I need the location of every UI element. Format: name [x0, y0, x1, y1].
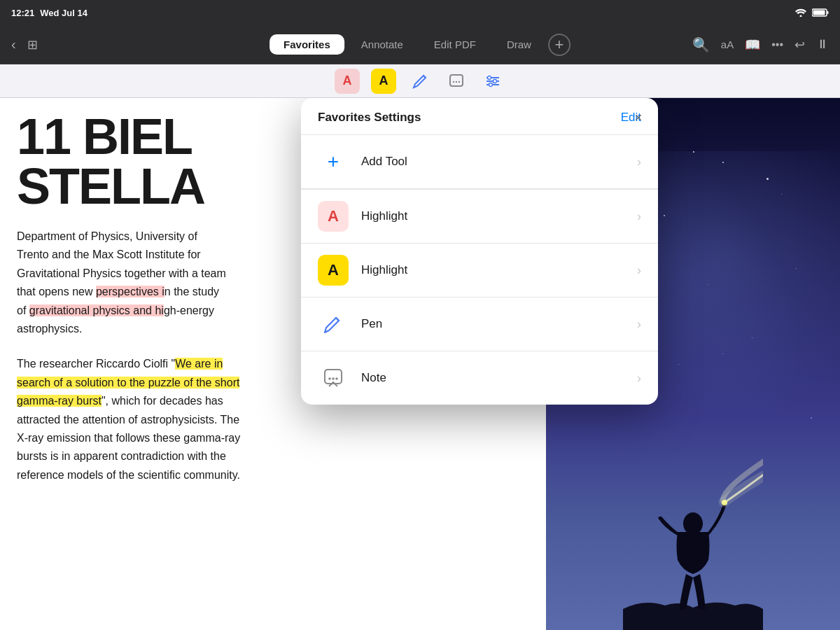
note-item-label: Note [361, 371, 637, 385]
reader-icon[interactable]: 📖 [745, 37, 760, 52]
svg-point-7 [458, 80, 460, 82]
note-btn[interactable] [444, 69, 469, 94]
settings-icon [484, 73, 501, 90]
add-tool-label: Add Tool [361, 155, 637, 169]
main-content: 11 BIELSTELLA Department of Physics, Uni… [0, 98, 840, 630]
svg-point-6 [456, 80, 457, 82]
note-icon [448, 73, 465, 90]
back-button[interactable]: ‹ [11, 36, 16, 52]
svg-point-13 [489, 83, 493, 86]
svg-point-0 [800, 15, 802, 18]
status-left: 12:21 Wed Jul 14 [11, 8, 88, 18]
search-icon[interactable]: 🔍 [692, 36, 710, 53]
wifi-icon [795, 8, 806, 17]
pink-highlight-label: Highlight [361, 209, 637, 223]
pen-item-label: Pen [361, 317, 637, 331]
battery-icon [812, 8, 829, 17]
yellow-highlight-icon: A [318, 255, 349, 286]
add-tool-item[interactable]: + Add Tool › [301, 135, 658, 190]
add-tool-icon: + [318, 146, 349, 177]
svg-rect-3 [813, 10, 825, 15]
svg-point-19 [332, 377, 335, 380]
date: Wed Jul 14 [40, 8, 88, 18]
pink-highlight-item[interactable]: A Highlight › [301, 190, 658, 244]
pen-btn[interactable] [407, 69, 433, 94]
svg-rect-4 [450, 75, 463, 86]
pink-highlight-icon: A [318, 201, 349, 232]
svg-rect-2 [827, 11, 829, 14]
pause-icon[interactable]: ⏸ [816, 37, 829, 52]
yellow-highlight-chevron: › [637, 263, 641, 278]
pen-item-icon [318, 309, 349, 340]
svg-point-16 [722, 500, 727, 505]
toolbar-center: Favorites Annotate Edit PDF Draw + [270, 34, 570, 56]
status-bar: 12:21 Wed Jul 14 [0, 0, 840, 25]
which-text: which [112, 395, 141, 407]
svg-point-12 [493, 79, 497, 83]
svg-point-5 [453, 80, 454, 82]
undo-icon[interactable]: ↩ [794, 37, 805, 52]
pdf-paragraph-2: The researcher Riccardo Ciolfi "We are i… [17, 355, 318, 484]
favorites-popover: Favorites Settings Edit × + Add Tool › A… [301, 98, 658, 405]
status-right [795, 8, 829, 17]
popover-header: Favorites Settings Edit [301, 98, 658, 135]
tab-draw[interactable]: Draw [493, 34, 545, 55]
person-silhouette [623, 420, 763, 630]
yellow-highlight-item[interactable]: A Highlight › [301, 244, 658, 298]
add-tab-button[interactable]: + [548, 34, 570, 56]
pen-item-chevron: › [637, 317, 641, 332]
toolbar-right: 🔍 aA 📖 ••• ↩ ⏸ [692, 36, 829, 53]
svg-point-18 [328, 377, 331, 380]
toolbar-left: ‹ ⊞ [11, 36, 38, 52]
pen-item[interactable]: Pen › [301, 298, 658, 351]
grid-button[interactable]: ⊞ [27, 37, 38, 52]
popover-title: Favorites Settings [318, 111, 421, 125]
pink-highlight-chevron: › [637, 209, 641, 224]
pdf-paragraph-1: Department of Physics, University of Tre… [17, 227, 318, 338]
settings-btn[interactable] [480, 69, 505, 94]
font-size-icon[interactable]: aA [721, 38, 734, 50]
add-tool-chevron: › [637, 155, 641, 169]
pen-icon [412, 73, 428, 90]
tab-annotate[interactable]: Annotate [347, 34, 417, 55]
time: 12:21 [11, 8, 34, 18]
annotation-bar: A A [0, 64, 840, 98]
note-svg-icon [322, 367, 344, 389]
toolbar: ‹ ⊞ Favorites Annotate Edit PDF Draw + 🔍… [0, 25, 840, 64]
more-icon[interactable]: ••• [771, 38, 783, 51]
note-item-icon [318, 363, 349, 393]
pen-svg-icon [322, 313, 344, 335]
note-item-chevron: › [637, 371, 641, 386]
popover-close-button[interactable]: × [629, 108, 648, 127]
tab-editpdf[interactable]: Edit PDF [420, 34, 490, 55]
svg-point-20 [335, 377, 338, 380]
pink-highlight-btn[interactable]: A [335, 69, 360, 94]
yellow-highlight-btn[interactable]: A [371, 69, 396, 94]
svg-point-11 [488, 76, 491, 79]
tab-favorites[interactable]: Favorites [270, 34, 344, 55]
yellow-highlight-label: Highlight [361, 263, 637, 277]
svg-point-15 [683, 512, 703, 535]
note-item[interactable]: Note › [301, 351, 658, 405]
